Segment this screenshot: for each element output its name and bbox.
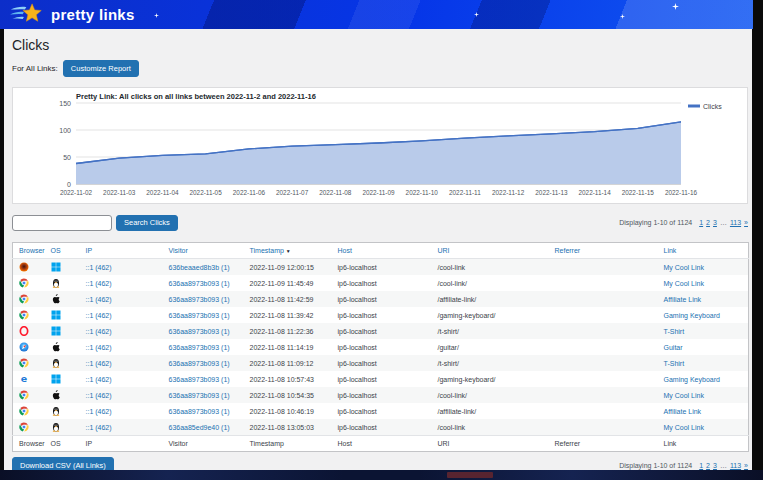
taskbar-accent xyxy=(447,472,493,478)
column-header-ip[interactable]: IP xyxy=(80,243,163,259)
timestamp-cell: 2022-11-08 10:54:35 xyxy=(250,392,314,399)
link-name-link[interactable]: My Cool Link xyxy=(664,264,704,271)
column-header-os[interactable]: OS xyxy=(45,243,80,259)
page-link-1[interactable]: 1 xyxy=(699,219,703,226)
timestamp-cell: 2022-11-09 11:45:49 xyxy=(250,280,314,287)
link-name-link[interactable]: Affiliate Link xyxy=(664,296,702,303)
clicks-chart-card: Pretty Link: All clicks on all links bet… xyxy=(12,87,748,204)
visitor-link[interactable]: 636beaaed8b3b (1) xyxy=(169,264,230,271)
column-header-ip: IP xyxy=(80,436,163,452)
ip-link[interactable]: ::1 (462) xyxy=(86,264,112,271)
timestamp-cell: 2022-11-08 11:42:59 xyxy=(250,296,314,303)
sparkle-icon xyxy=(474,12,479,17)
page-link-113[interactable]: 113 xyxy=(730,462,741,469)
windows-icon xyxy=(51,374,61,384)
svg-text:150: 150 xyxy=(59,99,71,106)
page-link-113[interactable]: 113 xyxy=(730,219,741,226)
visitor-link[interactable]: 636aa8973b093 (1) xyxy=(169,328,230,335)
chrome-icon xyxy=(19,406,29,416)
linux-icon xyxy=(51,358,61,368)
link-name-link[interactable]: My Cool Link xyxy=(664,280,704,287)
visitor-link[interactable]: 636aa8973b093 (1) xyxy=(169,344,230,351)
link-name-link[interactable]: Guitar xyxy=(664,344,683,351)
windows-icon xyxy=(51,326,61,336)
link-name-link[interactable]: T-Shirt xyxy=(664,328,685,335)
next-page-link[interactable]: » xyxy=(744,219,748,226)
ip-link[interactable]: ::1 (462) xyxy=(86,344,112,351)
customize-report-button[interactable]: Customize Report xyxy=(63,60,139,77)
page-link-3[interactable]: 3 xyxy=(713,219,717,226)
ip-link[interactable]: ::1 (462) xyxy=(86,408,112,415)
svg-text:2022-11-08: 2022-11-08 xyxy=(319,189,352,196)
column-header-referrer: Referrer xyxy=(549,436,658,452)
column-header-browser[interactable]: Browser xyxy=(13,243,45,259)
svg-text:0: 0 xyxy=(67,180,71,187)
pretty-links-banner: pretty links xyxy=(0,0,753,29)
table-row: ::1 (462) 636beaaed8b3b (1) 2022-11-09 1… xyxy=(13,259,749,276)
svg-text:e: e xyxy=(21,374,27,384)
link-name-link[interactable]: Gaming Keyboard xyxy=(664,312,720,319)
search-input[interactable] xyxy=(12,215,112,231)
chrome-icon xyxy=(19,294,29,304)
column-header-browser: Browser xyxy=(13,436,45,452)
visitor-link[interactable]: 636aa8973b093 (1) xyxy=(169,360,230,367)
ip-link[interactable]: ::1 (462) xyxy=(86,392,112,399)
pagination-ellipsis: … xyxy=(720,219,727,226)
search-clicks-button[interactable]: Search Clicks xyxy=(116,215,178,232)
screen: pretty links Clicks For All Links: Custo… xyxy=(0,0,763,480)
ip-link[interactable]: ::1 (462) xyxy=(86,312,112,319)
page-link-1[interactable]: 1 xyxy=(699,462,703,469)
visitor-link[interactable]: 636aa8973b093 (1) xyxy=(169,280,230,287)
page-title: Clicks xyxy=(12,37,752,53)
svg-text:2022-11-03: 2022-11-03 xyxy=(103,189,136,196)
link-name-link[interactable]: T-Shirt xyxy=(664,360,685,367)
pagination-top: Displaying 1-10 of 1124123…113» xyxy=(619,219,748,226)
column-header-timestamp[interactable]: Timestamp▼ xyxy=(244,243,332,259)
column-header-timestamp: Timestamp xyxy=(244,436,332,452)
chrome-icon xyxy=(19,310,29,320)
svg-text:2022-11-02: 2022-11-02 xyxy=(60,189,93,196)
table-row: ::1 (462) 636aa8973b093 (1) 2022-11-08 1… xyxy=(13,291,749,307)
column-header-referrer[interactable]: Referrer xyxy=(549,243,658,259)
column-header-visitor[interactable]: Visitor xyxy=(163,243,244,259)
page-link-2[interactable]: 2 xyxy=(706,462,710,469)
visitor-link[interactable]: 636aa8973b093 (1) xyxy=(169,376,230,383)
uri-cell: /cool-link xyxy=(438,424,466,431)
next-page-link[interactable]: » xyxy=(744,462,748,469)
visitor-link[interactable]: 636aa8973b093 (1) xyxy=(169,296,230,303)
visitor-link[interactable]: 636aa8973b093 (1) xyxy=(169,408,230,415)
visitor-link[interactable]: 636aa8973b093 (1) xyxy=(169,312,230,319)
column-header-host[interactable]: Host xyxy=(332,243,432,259)
uri-cell: /t-shirt/ xyxy=(438,328,459,335)
column-header-uri[interactable]: URI xyxy=(432,243,549,259)
page-link-3[interactable]: 3 xyxy=(713,462,717,469)
sparkle-icon xyxy=(620,14,625,19)
report-filter-row: For All Links: Customize Report xyxy=(12,60,752,77)
page-link-2[interactable]: 2 xyxy=(706,219,710,226)
opera-icon xyxy=(19,326,29,336)
svg-text:2022-11-10: 2022-11-10 xyxy=(406,189,439,196)
firefox-icon xyxy=(19,262,29,272)
ip-link[interactable]: ::1 (462) xyxy=(86,424,112,431)
uri-cell: /gaming-keyboard/ xyxy=(438,312,496,319)
link-name-link[interactable]: Gaming Keyboard xyxy=(664,376,720,383)
link-name-link[interactable]: Affiliate Link xyxy=(664,408,702,415)
svg-text:100: 100 xyxy=(59,126,71,133)
visitor-link[interactable]: 636aa8973b093 (1) xyxy=(169,392,230,399)
table-row: ::1 (462) 636aa8973b093 (1) 2022-11-08 1… xyxy=(13,307,749,323)
ip-link[interactable]: ::1 (462) xyxy=(86,376,112,383)
column-header-link: Link xyxy=(658,436,749,452)
ip-link[interactable]: ::1 (462) xyxy=(86,296,112,303)
windows-icon xyxy=(51,262,61,272)
pagination-bottom: Displaying 1-10 of 1124123…113» xyxy=(619,462,748,469)
ip-link[interactable]: ::1 (462) xyxy=(86,328,112,335)
column-header-host: Host xyxy=(332,436,432,452)
link-name-link[interactable]: My Cool Link xyxy=(664,424,704,431)
link-name-link[interactable]: My Cool Link xyxy=(664,392,704,399)
table-row: ::1 (462) 636aa85ed9e40 (1) 2022-11-08 1… xyxy=(13,419,749,436)
ip-link[interactable]: ::1 (462) xyxy=(86,360,112,367)
table-row: ::1 (462) 636aa8973b093 (1) 2022-11-08 1… xyxy=(13,339,749,355)
column-header-link[interactable]: Link xyxy=(658,243,749,259)
ip-link[interactable]: ::1 (462) xyxy=(86,280,112,287)
visitor-link[interactable]: 636aa85ed9e40 (1) xyxy=(169,424,230,431)
